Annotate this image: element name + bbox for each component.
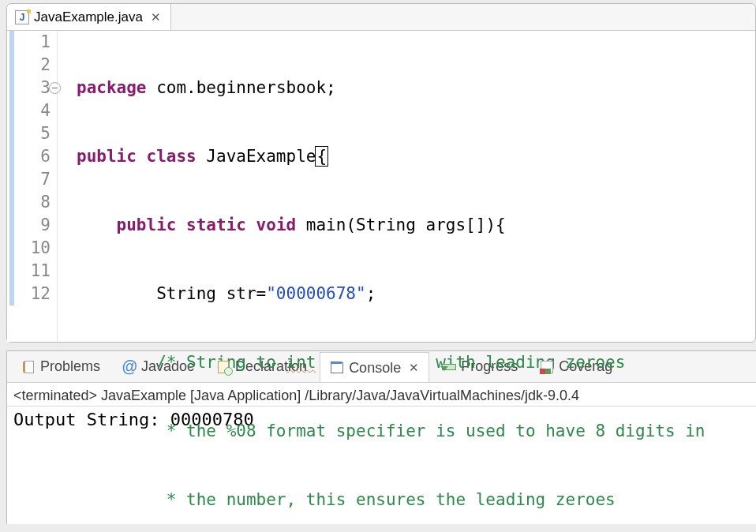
line-number: 5: [17, 122, 51, 145]
line-number: 8: [17, 191, 51, 214]
close-icon[interactable]: ✕: [151, 10, 161, 24]
console-icon: [330, 361, 344, 375]
code-line[interactable]: public class JavaExample{: [77, 145, 705, 168]
line-number: 10: [17, 237, 51, 260]
line-number: 1: [17, 31, 51, 54]
editor-panel: J JavaExample.java ✕ 1 2 3 4 5 6 7 8 9 1…: [6, 3, 756, 343]
code-line[interactable]: * the %08 format specifier is used to ha…: [77, 420, 705, 443]
code-line[interactable]: String str="00000678";: [77, 283, 705, 305]
line-number: 6: [17, 145, 51, 168]
code-line[interactable]: public static void main(String args[]){: [77, 214, 705, 237]
fold-toggle-icon[interactable]: [49, 82, 61, 94]
file-tab-label: JavaExample.java: [34, 9, 143, 25]
problems-icon: [21, 360, 36, 374]
line-number: 3: [17, 77, 51, 99]
line-number: 12: [17, 283, 51, 305]
tab-label: Console: [349, 360, 401, 377]
line-number: 11: [17, 260, 51, 283]
code-lines[interactable]: package com.beginnersbook; public class …: [58, 31, 705, 342]
line-number-gutter: 1 2 3 4 5 6 7 8 9 10 11 12: [17, 31, 58, 342]
line-number: 2: [17, 54, 51, 77]
file-tab-javaexample[interactable]: J JavaExample.java ✕: [7, 4, 171, 30]
code-line[interactable]: package com.beginnersbook;: [77, 77, 705, 99]
java-file-icon: J: [15, 10, 29, 24]
dirty-marker-column: [7, 31, 17, 342]
declaration-icon: [216, 360, 230, 374]
close-icon[interactable]: ✕: [409, 361, 419, 375]
editor-tab-bar: J JavaExample.java ✕: [7, 4, 755, 31]
code-area[interactable]: 1 2 3 4 5 6 7 8 9 10 11 12 package com.b…: [7, 31, 755, 342]
code-line[interactable]: * the number, this ensures the leading z…: [77, 489, 705, 511]
line-number: 4: [17, 99, 51, 122]
line-number: 7: [17, 168, 51, 191]
line-number: 9: [17, 214, 51, 237]
progress-icon: [442, 360, 456, 374]
tab-console[interactable]: Console ✕: [320, 352, 429, 383]
coverage-icon: [540, 360, 554, 374]
cursor-caret: {: [315, 146, 328, 167]
